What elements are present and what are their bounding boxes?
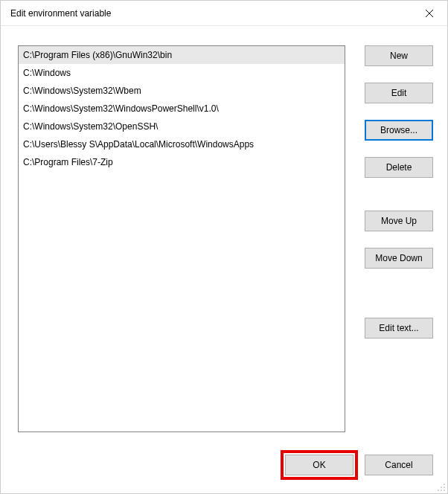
ok-button[interactable]: OK [285, 455, 353, 475]
cancel-button[interactable]: Cancel [365, 455, 433, 475]
list-item[interactable]: C:\Windows\System32\OpenSSH\ [19, 118, 345, 135]
list-item[interactable]: C:\Windows\System32\WindowsPowerShell\v1… [19, 100, 345, 118]
side-button-column: New Edit Browse... Delete Move Up Move D… [365, 45, 433, 339]
new-button[interactable]: New [365, 45, 433, 66]
dialog-footer: OK Cancel [285, 455, 433, 475]
dialog-content: C:\Program Files (x86)\GnuWin32\binC:\Wi… [1, 26, 447, 493]
move-up-button[interactable]: Move Up [365, 211, 433, 231]
edit-text-button[interactable]: Edit text... [365, 318, 433, 339]
list-item[interactable]: C:\Program Files\7-Zip [19, 153, 345, 171]
list-item[interactable]: C:\Users\Blessy S\AppData\Local\Microsof… [19, 135, 345, 153]
close-button[interactable] [416, 3, 443, 24]
svg-point-7 [444, 490, 445, 491]
list-item[interactable]: C:\Program Files (x86)\GnuWin32\bin [19, 46, 345, 64]
svg-point-3 [441, 487, 442, 488]
svg-point-2 [444, 484, 445, 485]
edit-button[interactable]: Edit [365, 83, 433, 103]
browse-button[interactable]: Browse... [365, 120, 433, 141]
path-listbox[interactable]: C:\Program Files (x86)\GnuWin32\binC:\Wi… [18, 45, 345, 432]
svg-point-6 [441, 490, 442, 491]
list-item[interactable]: C:\Windows\System32\Wbem [19, 82, 345, 100]
delete-button[interactable]: Delete [365, 157, 433, 178]
svg-point-5 [438, 490, 439, 491]
resize-grip-icon [437, 483, 446, 492]
list-item[interactable]: C:\Windows [19, 64, 345, 82]
close-icon [426, 10, 433, 17]
svg-point-4 [444, 487, 445, 488]
titlebar: Edit environment variable [1, 1, 447, 26]
window-title: Edit environment variable [10, 8, 111, 19]
move-down-button[interactable]: Move Down [365, 248, 433, 269]
